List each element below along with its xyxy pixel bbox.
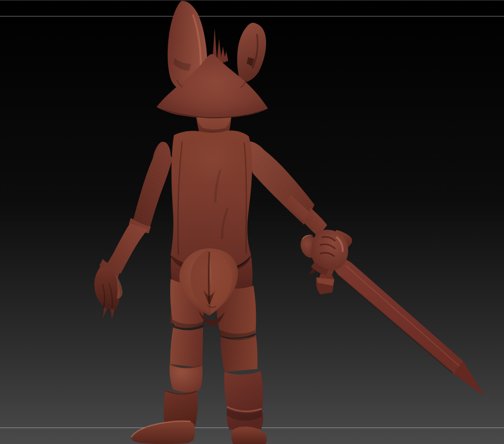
- frame-top-line: [0, 0, 504, 0]
- canvas-3d[interactable]: [0, 0, 504, 444]
- sculpt-viewport[interactable]: [0, 0, 504, 444]
- left-lower-thigh-ribbing: [170, 327, 203, 368]
- right-boot-ribbing: [224, 371, 263, 430]
- head-highlight: [179, 64, 249, 115]
- right-shin-ribbing: [220, 335, 257, 372]
- vest-back-highlight: [182, 133, 242, 186]
- canvas-top-line: [0, 16, 504, 16]
